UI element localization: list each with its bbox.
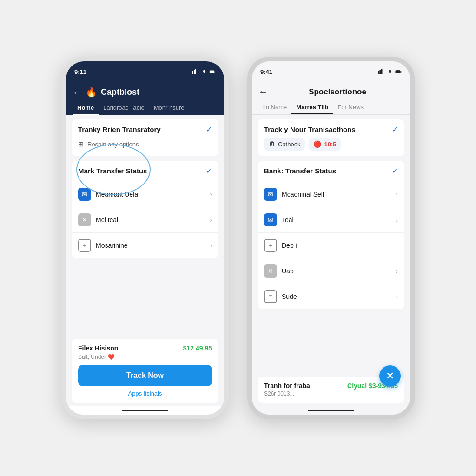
- phone1-content: Tranky Rrien Transratory ✓ ⊞ Respin any …: [66, 115, 224, 406]
- phone-1: 9:11 ← 🔥 Captblost Home Laridroac Table …: [61, 57, 229, 419]
- phone2-notch: [308, 61, 354, 72]
- phone1-bottom-card: Filex Hisison $12 49.95 Salt, Under ❤️ T…: [72, 339, 218, 403]
- phone2-status-icons: [378, 68, 402, 75]
- svg-rect-4: [214, 71, 215, 73]
- phone-2: 9:41 ← Spoclsortionoe lin Name Marres Ti…: [247, 57, 415, 419]
- phone1-bottom-sub: Salt, Under: [78, 354, 106, 360]
- phone2-time: 9:41: [260, 68, 272, 75]
- phone1-section2: Mark Transfer Status ✓ ✉ Meamant Uela › …: [72, 161, 218, 258]
- phone1-item0-chevron: ›: [210, 191, 212, 198]
- phone2-pill-val: 10:5: [324, 141, 336, 148]
- phone1-item2-icon: +: [78, 239, 91, 252]
- phone2-nav: lin Name Marres Tilb For News: [258, 101, 403, 114]
- phone2-back-btn[interactable]: ←: [258, 86, 268, 97]
- svg-rect-3: [210, 70, 214, 73]
- phone2-category-pill[interactable]: 🗓 Catheok: [264, 138, 305, 151]
- phone2-val-pill[interactable]: 🔴 10:5: [309, 138, 341, 151]
- phone1-list-item-0[interactable]: ✉ Meamant Uela ›: [72, 182, 218, 207]
- phone1-grid-icon: ⊞: [78, 140, 84, 148]
- svg-rect-5: [378, 71, 379, 74]
- phone1-app-header: ← 🔥 Captblost Home Laridroac Table Monr …: [66, 82, 224, 115]
- phone2-item1-icon: ✉: [264, 213, 277, 226]
- phone2-list-item-3[interactable]: ✕ Uab ›: [258, 258, 404, 284]
- svg-rect-8: [396, 70, 400, 73]
- phone1-list-item-1[interactable]: ✕ Mcl teal ›: [72, 207, 218, 233]
- phone2-item3-chevron: ›: [396, 267, 398, 275]
- phone2-content: Track y Nour Tranisacthons ✓ 🗓 Catheok 🔴…: [252, 115, 410, 406]
- phone1-section2-title: Mark Transfer Status: [78, 167, 147, 175]
- phone2-list-item-2[interactable]: + Dep i ›: [258, 233, 404, 258]
- phone1-home-bar: [122, 410, 168, 411]
- phone1-section1-check: ✓: [206, 125, 212, 134]
- phone2-category-icon: 🗓: [269, 140, 275, 148]
- phone2-section1-title: Track y Nour Tranisacthons: [264, 126, 356, 133]
- phone1-item2-chevron: ›: [210, 242, 212, 249]
- phone2-nav-marres[interactable]: Marres Tilb: [291, 101, 333, 114]
- phone2-item4-chevron: ›: [396, 293, 398, 300]
- phone2-section2-check: ✓: [392, 166, 398, 175]
- phone2-item0-label: Mcaoninal Sell: [282, 191, 396, 198]
- phone2-nav-name[interactable]: lin Name: [258, 101, 291, 114]
- track-now-button[interactable]: Track Now: [78, 365, 212, 386]
- phone2-item1-label: Teal: [282, 216, 396, 224]
- phone1-time: 9:11: [74, 68, 86, 75]
- phone2-pill-icon: 🔴: [313, 140, 321, 148]
- phone2-bottom-sub: S26r 0013...: [264, 390, 398, 397]
- phone2-fab[interactable]: ✕: [379, 365, 401, 387]
- phone2-item3-label: Uab: [282, 267, 396, 275]
- svg-rect-9: [400, 71, 401, 73]
- phone1-item0-label: Meamant Uela: [96, 191, 210, 198]
- phone1-home-indicator: [66, 406, 224, 415]
- phone1-nav-table[interactable]: Laridroac Table: [99, 101, 149, 115]
- phone1-item1-chevron: ›: [210, 216, 212, 224]
- phone2-item3-icon: ✕: [264, 264, 277, 278]
- phone1-list-item-2[interactable]: + Mosarinine ›: [72, 233, 218, 258]
- phone2-bottom-label: Tranh for fraba: [264, 382, 310, 390]
- phone1-back-btn[interactable]: ←: [73, 87, 82, 98]
- phone1-section1-sub: Respin any options: [87, 141, 139, 148]
- phone2-section2: Bank: Transfer Status ✓ ✉ Mcaoninal Sell…: [258, 161, 404, 309]
- phone2-nav-news[interactable]: For News: [333, 101, 368, 114]
- phone2-item2-label: Dep i: [282, 242, 396, 249]
- phone1-nav-home[interactable]: Home: [73, 101, 99, 115]
- phone2-status-bar: 9:41: [252, 61, 410, 82]
- phone1-status-icons: [192, 68, 216, 75]
- phone2-app-title: Spoclsortionoe: [271, 87, 403, 97]
- phone2-list-item-0[interactable]: ✉ Mcaoninal Sell ›: [258, 182, 404, 207]
- svg-rect-2: [195, 69, 196, 74]
- phone2-item2-icon: +: [264, 239, 277, 252]
- apps-link[interactable]: Apps itsinals: [78, 390, 212, 397]
- phone1-section1: Tranky Rrien Transratory ✓ ⊞ Respin any …: [72, 119, 218, 156]
- svg-rect-6: [380, 70, 381, 74]
- phone1-logo: 🔥: [86, 86, 97, 98]
- phone2-section1: Track y Nour Tranisacthons ✓ 🗓 Catheok 🔴…: [258, 119, 404, 156]
- phone1-item2-label: Mosarinine: [96, 242, 210, 249]
- phone1-item1-label: Mcl teal: [96, 216, 210, 224]
- phone2-item4-label: Sude: [282, 293, 396, 300]
- phone2-item2-chevron: ›: [396, 242, 398, 249]
- phone2-item0-icon: ✉: [264, 188, 277, 201]
- phone2-app-header: ← Spoclsortionoe lin Name Marres Tilb Fo…: [252, 82, 410, 115]
- phone2-item0-chevron: ›: [396, 191, 398, 198]
- phone1-bottom-label: Filex Hisison: [78, 344, 118, 352]
- phone2-home-indicator: [252, 406, 410, 415]
- phone2-list-item-1[interactable]: ✉ Teal ›: [258, 207, 404, 233]
- phone1-nav-monitor[interactable]: Monr hsure: [149, 101, 189, 115]
- phone1-status-bar: 9:11: [66, 61, 224, 82]
- phone1-heart-icon: ❤️: [108, 354, 115, 360]
- phone2-item4-icon: ≡: [264, 290, 277, 303]
- phone1-section1-title: Tranky Rrien Transratory: [78, 126, 161, 133]
- phone1-nav: Home Laridroac Table Monr hsure: [73, 101, 218, 115]
- svg-rect-1: [194, 70, 195, 74]
- svg-rect-7: [381, 69, 382, 74]
- phone2-section1-check: ✓: [392, 125, 398, 134]
- phone2-list-item-4[interactable]: ≡ Sude ›: [258, 284, 404, 309]
- phone1-item0-icon: ✉: [78, 188, 91, 201]
- phone1-section2-check: ✓: [206, 166, 212, 175]
- svg-rect-0: [192, 71, 193, 74]
- phone1-item1-icon: ✕: [78, 213, 91, 226]
- phone2-category-label: Catheok: [278, 141, 300, 148]
- phone2-section2-title: Bank: Transfer Status: [264, 167, 336, 175]
- phone1-notch: [122, 61, 168, 72]
- page-wrapper: 9:11 ← 🔥 Captblost Home Laridroac Table …: [0, 0, 476, 476]
